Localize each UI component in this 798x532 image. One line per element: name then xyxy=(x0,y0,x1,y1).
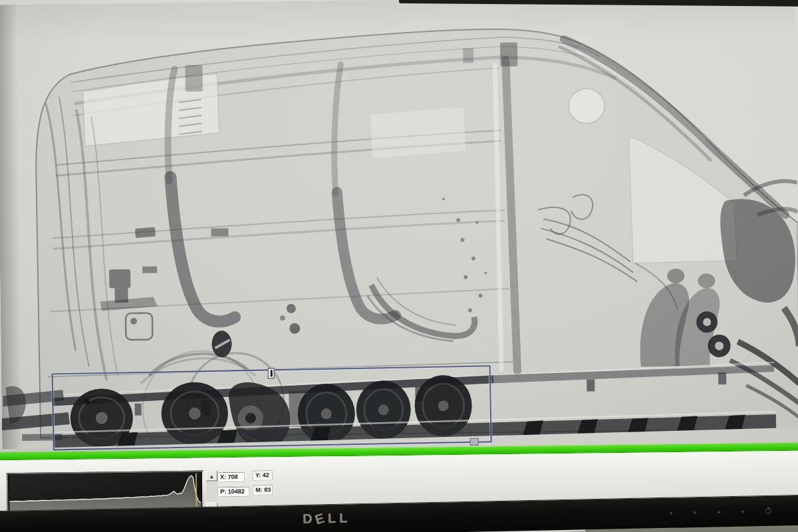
selection-handle-bottom-right[interactable] xyxy=(470,438,479,446)
readout-m-value: 83 xyxy=(264,486,271,493)
readout-y: Y: 42 xyxy=(253,470,273,480)
readout-x-label: X: xyxy=(220,473,226,480)
readout-m-label: M: xyxy=(255,487,263,493)
selection-box[interactable] xyxy=(52,365,492,450)
monitor-photo: › xyxy=(0,0,798,532)
readout-m: M: 83 xyxy=(253,485,273,495)
handle-glyph xyxy=(270,370,272,376)
readout-p-value: 10482 xyxy=(228,488,245,495)
screen-content: › xyxy=(0,0,798,532)
power-icon xyxy=(765,508,771,514)
monitor-button-dot xyxy=(741,510,744,513)
monitor-button-dot xyxy=(718,511,720,513)
scroll-up-button[interactable]: ▲ xyxy=(206,470,217,481)
selection-handle-top[interactable] xyxy=(268,368,275,378)
readout-y-label: Y: xyxy=(255,472,261,479)
monitor-button-dot xyxy=(670,511,672,514)
readout-y-value: 42 xyxy=(263,471,269,478)
logo-letter: L xyxy=(339,510,351,525)
readout-x: X: 708 xyxy=(217,472,245,482)
dell-logo: DELL xyxy=(303,510,351,526)
readout-p-label: P: xyxy=(220,488,226,495)
readout-x-value: 708 xyxy=(227,473,237,480)
readout-p: P: 10482 xyxy=(217,487,249,497)
monitor-buttons xyxy=(670,508,771,516)
monitor-button-dot xyxy=(694,511,696,514)
scanner-screen: › xyxy=(0,0,798,532)
